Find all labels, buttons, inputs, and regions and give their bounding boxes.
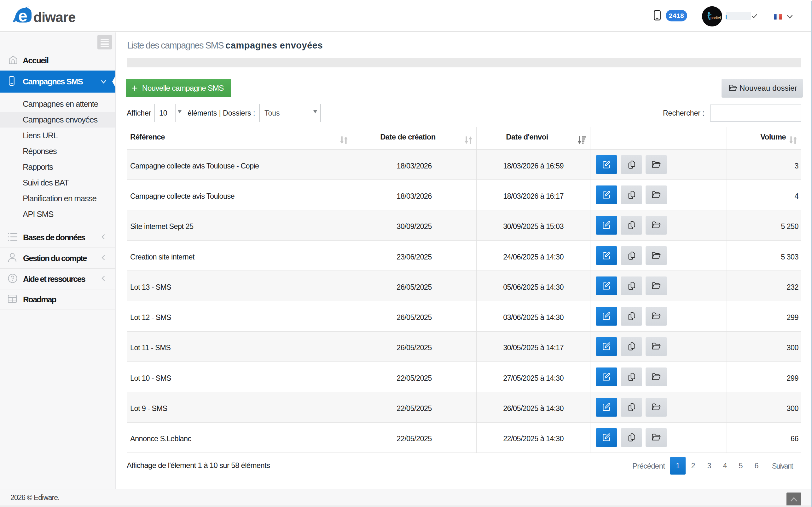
svg-text:paritel: paritel <box>711 16 721 20</box>
svg-text:e: e <box>18 7 28 24</box>
